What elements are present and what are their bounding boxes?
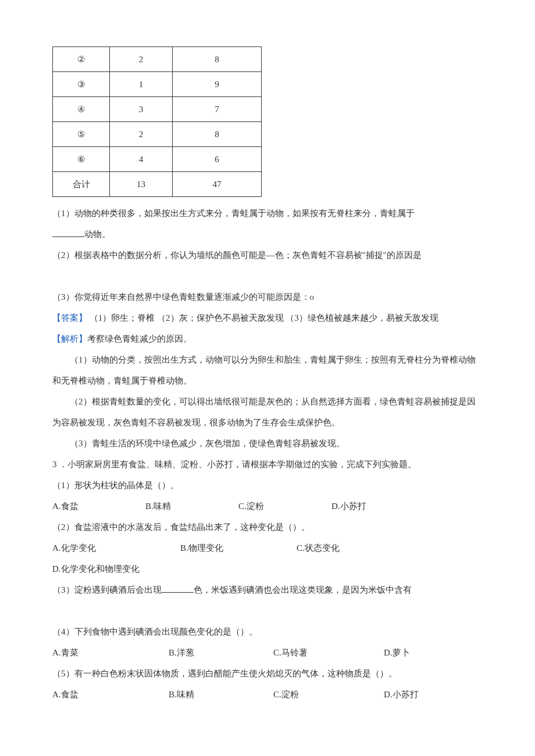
option-d: D.萝卜 [384, 642, 410, 663]
spacer [52, 600, 483, 621]
option-a: A.食盐 [52, 684, 169, 705]
question-1-part2: （2）根据表格中的数据分析，你认为墙纸的颜色可能是—色；灰色青蛙不容易被"捕捉"… [52, 245, 483, 266]
fill-blank [162, 583, 194, 593]
cell-value: 7 [173, 97, 262, 122]
cell-value: 3 [110, 97, 173, 122]
cell-value: 2 [110, 47, 173, 72]
options-row: A.青菜 B.洋葱 C.马铃薯 D.萝卜 [52, 642, 483, 663]
question-2-sub4: （4）下列食物中遇到碘酒会出现颜色变化的是（）。 [52, 621, 483, 642]
spacer [52, 266, 483, 286]
option-c: C.状态变化 [297, 538, 340, 558]
cell-value: 8 [173, 122, 262, 147]
table-row: ⑤ 2 8 [53, 122, 262, 147]
options-row: A.化学变化 B.物理变化 C.状态变化 [52, 538, 483, 558]
options-row: A.食盐 B.味精 C.淀粉 D.小苏打 [52, 496, 483, 517]
option-b: B.味精 [169, 684, 273, 705]
option-d: D.化学变化和物理变化 [52, 558, 483, 579]
option-b: B.味精 [145, 496, 238, 517]
cell-value: 47 [173, 172, 262, 197]
text: 色，米饭遇到碘酒也会出现这类现象，是因为米饭中含有 [194, 585, 412, 594]
option-c: C.马铃薯 [273, 642, 384, 663]
cell-value: 13 [110, 172, 173, 197]
cell-value: 6 [173, 147, 262, 172]
option-b: B.洋葱 [169, 642, 273, 663]
cell-value: 9 [173, 72, 262, 97]
option-a: A.化学变化 [52, 538, 180, 558]
option-a: A.青菜 [52, 642, 169, 663]
cell-value: 2 [110, 122, 173, 147]
cell-value: 1 [110, 72, 173, 97]
analysis-1: （1）动物的分类，按照出生方式，动物可以分为卵生和胎生，青蛙属于卵生；按照有无脊… [52, 349, 483, 391]
cell-label: ⑥ [53, 147, 110, 172]
option-b: B.物理变化 [180, 538, 297, 558]
option-c: C.淀粉 [238, 496, 331, 517]
table-row: ④ 3 7 [53, 97, 262, 122]
option-d: D.小苏打 [384, 684, 419, 705]
option-d: D.小苏打 [331, 496, 366, 517]
table-row: ② 2 8 [53, 47, 262, 72]
analysis-2: （2）根据青蛙数量的变化，可以得出墙纸很可能是灰色的；从自然选择方面看，绿色青蛙… [52, 391, 483, 433]
analysis-label: 【解析】 [52, 334, 87, 343]
question-2-sub3: （3）淀粉遇到碘酒后会出现色，米饭遇到碘酒也会出现这类现象，是因为米饭中含有 [52, 579, 483, 600]
cell-label: ③ [53, 72, 110, 97]
question-1-part3: （3）你觉得近年来自然界中绿色青蛙数量逐渐减少的可能原因是：o [52, 286, 483, 307]
analysis-text: 考察绿色青蛙减少的原因。 [87, 334, 192, 343]
question-2-sub2: （2）食盐溶液中的水蒸发后，食盐结晶出来了，这种变化是（）。 [52, 517, 483, 538]
cell-label: ④ [53, 97, 110, 122]
option-a: A.食盐 [52, 496, 145, 517]
document-page: ② 2 8 ③ 1 9 ④ 3 7 ⑤ 2 8 ⑥ 4 6 合计 13 47 [0, 0, 535, 728]
answer-text: （1）卵生；脊椎 （2）灰；保护色不易被天敌发现 （3）绿色植被越来越少，易被天… [87, 313, 438, 323]
option-c: C.淀粉 [273, 684, 384, 705]
cell-label: ⑤ [53, 122, 110, 147]
text: （3）淀粉遇到碘酒后会出现 [52, 585, 162, 594]
analysis-3: （3）青蛙生活的环境中绿色减少，灰色增加，使绿色青蛙容易被发现。 [52, 433, 483, 454]
cell-value: 8 [173, 47, 262, 72]
analysis-line: 【解析】考察绿色青蛙减少的原因。 [52, 328, 483, 349]
table-row: 合计 13 47 [53, 172, 262, 197]
question-2-sub1: （1）形状为柱状的晶体是（）。 [52, 475, 483, 496]
options-row: A.食盐 B.味精 C.淀粉 D.小苏打 [52, 684, 483, 705]
cell-label: 合计 [53, 172, 110, 197]
table-row: ⑥ 4 6 [53, 147, 262, 172]
cell-label: ② [53, 47, 110, 72]
question-2-stem: 3 ．小明家厨房里有食盐、味精、淀粉、小苏打，请根据本学期做过的实验，完成下列实… [52, 454, 483, 475]
answer-line: 【答案】 （1）卵生；脊椎 （2）灰；保护色不易被天敌发现 （3）绿色植被越来越… [52, 307, 483, 328]
text: 动物。 [84, 230, 110, 239]
question-2-sub5: （5）有一种白色粉末状固体物质，遇到白醋能产生使火焰熄灭的气体，这种物质是（）。 [52, 663, 483, 684]
question-1-part1b: 动物。 [52, 224, 483, 245]
answer-label: 【答案】 [52, 313, 87, 323]
text: （1）动物的种类很多，如果按出生方式来分，青蛙属于动物，如果按有无脊柱来分，青蛙… [52, 209, 415, 218]
data-table: ② 2 8 ③ 1 9 ④ 3 7 ⑤ 2 8 ⑥ 4 6 合计 13 47 [52, 46, 262, 197]
question-1-part1: （1）动物的种类很多，如果按出生方式来分，青蛙属于动物，如果按有无脊柱来分，青蛙… [52, 203, 483, 224]
table-row: ③ 1 9 [53, 72, 262, 97]
fill-blank [52, 228, 84, 237]
cell-value: 4 [110, 147, 173, 172]
